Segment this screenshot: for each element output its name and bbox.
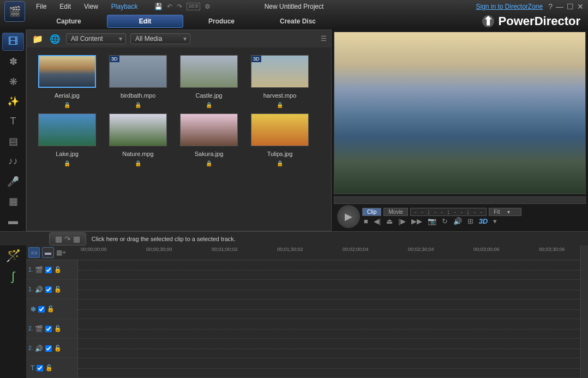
download-icon[interactable]: 🌐 bbox=[49, 33, 62, 44]
effect-room-tab[interactable]: ✽ bbox=[2, 53, 24, 71]
menu-view[interactable]: View bbox=[79, 2, 104, 11]
media-item[interactable]: Aerial.jpg🔒 bbox=[34, 55, 100, 108]
step-icon[interactable]: ⏏ bbox=[385, 217, 394, 225]
track-header[interactable]: T🔓 bbox=[26, 358, 77, 377]
preview-screen[interactable] bbox=[334, 32, 586, 194]
track-visible-checkbox[interactable] bbox=[37, 365, 43, 371]
media-item[interactable]: Nature.mpg🔒 bbox=[105, 113, 171, 166]
voice-room-tab[interactable]: 🎤 bbox=[2, 172, 24, 190]
track-body[interactable] bbox=[77, 358, 580, 377]
upload-icon[interactable]: ⬆ bbox=[482, 15, 494, 27]
mode-capture[interactable]: Capture bbox=[31, 15, 107, 27]
prev-frame-icon[interactable]: ◀| bbox=[372, 217, 382, 225]
track-view-button[interactable]: ▭ bbox=[28, 247, 40, 258]
menu-edit[interactable]: Edit bbox=[54, 2, 76, 11]
particle-room-tab[interactable]: ✨ bbox=[2, 93, 24, 111]
track-header[interactable]: 1.🎬🔓 bbox=[26, 260, 77, 279]
media-thumbnail[interactable]: 3D bbox=[251, 55, 309, 88]
track-body[interactable] bbox=[77, 260, 580, 279]
media-room-tab[interactable]: 🎞 bbox=[2, 33, 24, 51]
track-visible-checkbox[interactable] bbox=[45, 267, 52, 273]
redo-icon[interactable]: ↷ bbox=[177, 3, 182, 10]
media-item[interactable]: 3Dharvest.mpo🔒 bbox=[247, 55, 313, 108]
media-thumbnail[interactable] bbox=[109, 113, 167, 146]
timeline-ruler[interactable]: 00;00;00;0000;00;30;0000;01;00;0200;01;3… bbox=[81, 245, 580, 260]
next-frame-icon[interactable]: |▶ bbox=[397, 217, 407, 225]
stop-icon[interactable]: ■ bbox=[362, 217, 370, 225]
minimize-icon[interactable]: — bbox=[556, 2, 563, 11]
mode-edit[interactable]: Edit bbox=[107, 15, 183, 28]
magic-tools-icon[interactable]: 🪄 bbox=[6, 249, 21, 263]
app-icon[interactable]: 🎬 bbox=[4, 1, 25, 22]
track-body[interactable] bbox=[77, 319, 580, 338]
media-item[interactable]: 3Dbirdbath.mpo🔒 bbox=[105, 55, 171, 108]
track-header[interactable]: ✽🔓 bbox=[26, 299, 77, 319]
transition-room-tab[interactable]: ▤ bbox=[2, 133, 24, 151]
track-body[interactable] bbox=[77, 299, 580, 319]
media-item[interactable]: Tulips.jpg🔒 bbox=[247, 113, 313, 166]
media-thumbnail[interactable] bbox=[38, 55, 96, 88]
signin-link[interactable]: Sign in to DirectorZone bbox=[476, 3, 543, 10]
undo-icon[interactable]: ↶ bbox=[167, 3, 172, 10]
volume-icon[interactable]: 🔊 bbox=[452, 217, 464, 225]
media-thumbnail[interactable] bbox=[180, 113, 238, 146]
close-icon[interactable]: ✕ bbox=[577, 2, 584, 11]
save-icon[interactable]: 💾 bbox=[154, 3, 163, 10]
track-lock-icon[interactable]: 🔓 bbox=[47, 305, 55, 313]
import-folder-icon[interactable]: 📁 bbox=[31, 33, 44, 44]
track-lock-icon[interactable]: 🔓 bbox=[54, 286, 62, 293]
subtitle-room-tab[interactable]: ▬ bbox=[2, 212, 24, 230]
library-menu-icon[interactable]: ☰ bbox=[321, 35, 327, 43]
aspect-ratio-button[interactable]: 16:9 bbox=[187, 3, 201, 10]
3d-toggle-button[interactable]: 3D bbox=[477, 217, 490, 225]
track-header[interactable]: 1.🔊🔓 bbox=[26, 280, 77, 299]
track-visible-checkbox[interactable] bbox=[45, 326, 52, 332]
loop-icon[interactable]: ↻ bbox=[440, 217, 449, 225]
menu-file[interactable]: File bbox=[31, 2, 52, 11]
clip-mode-button[interactable]: Clip bbox=[362, 208, 381, 216]
svrt-icon[interactable]: ∫ bbox=[11, 269, 15, 284]
audio-room-tab[interactable]: ♪♪ bbox=[2, 153, 24, 171]
add-track-icon[interactable]: ▦+ bbox=[56, 249, 66, 256]
track-lock-icon[interactable]: 🔓 bbox=[45, 364, 53, 371]
media-thumbnail[interactable]: 3D bbox=[109, 55, 167, 88]
title-room-tab[interactable]: T bbox=[2, 112, 24, 130]
media-item[interactable]: Castle.jpg🔒 bbox=[176, 55, 242, 108]
insert-clip-button[interactable]: ▦ ↷ ▦ bbox=[49, 232, 86, 245]
preview-scrubber[interactable] bbox=[334, 196, 586, 204]
3d-dropdown-icon[interactable]: ▾ bbox=[491, 217, 499, 225]
track-visible-checkbox[interactable] bbox=[38, 306, 45, 313]
dock-icon[interactable]: ⊞ bbox=[466, 217, 475, 225]
track-header[interactable]: 2.🎬🔓 bbox=[26, 319, 77, 338]
track-body[interactable] bbox=[77, 339, 580, 358]
media-item[interactable]: Sakura.jpg🔒 bbox=[176, 113, 242, 166]
settings-icon[interactable]: ⚙ bbox=[205, 3, 211, 10]
snapshot-icon[interactable]: 📷 bbox=[426, 217, 438, 225]
content-filter-dropdown[interactable]: All Content bbox=[66, 33, 126, 44]
track-visible-checkbox[interactable] bbox=[45, 286, 52, 293]
track-lock-icon[interactable]: 🔓 bbox=[54, 345, 62, 352]
help-icon[interactable]: ? bbox=[548, 2, 553, 11]
media-filter-dropdown[interactable]: All Media bbox=[130, 33, 190, 44]
track-lock-icon[interactable]: 🔓 bbox=[54, 325, 62, 332]
maximize-icon[interactable]: ☐ bbox=[567, 2, 574, 11]
track-lock-icon[interactable]: 🔓 bbox=[54, 266, 62, 273]
mode-produce[interactable]: Produce bbox=[183, 15, 260, 27]
media-thumbnail[interactable] bbox=[251, 113, 309, 146]
track-visible-checkbox[interactable] bbox=[45, 345, 52, 352]
timeline-scrollbar[interactable] bbox=[580, 245, 588, 378]
chapter-room-tab[interactable]: ▦ bbox=[2, 193, 24, 211]
movie-mode-button[interactable]: Movie bbox=[383, 208, 408, 216]
track-header[interactable]: 2.🔊🔓 bbox=[26, 339, 77, 358]
media-item[interactable]: Lake.jpg🔒 bbox=[34, 113, 100, 166]
mode-create-disc[interactable]: Create Disc bbox=[260, 15, 336, 27]
media-thumbnail[interactable] bbox=[38, 113, 96, 146]
pip-room-tab[interactable]: ❋ bbox=[2, 73, 24, 91]
fast-forward-icon[interactable]: ▶▶ bbox=[410, 217, 424, 225]
track-body[interactable] bbox=[77, 280, 580, 299]
track-collapse-button[interactable]: ▬ bbox=[42, 247, 54, 258]
fit-dropdown[interactable]: Fit ▾ bbox=[489, 208, 521, 216]
menu-playback[interactable]: Playback bbox=[106, 2, 143, 11]
play-button[interactable]: ▶ bbox=[337, 205, 360, 228]
media-thumbnail[interactable] bbox=[180, 55, 238, 88]
